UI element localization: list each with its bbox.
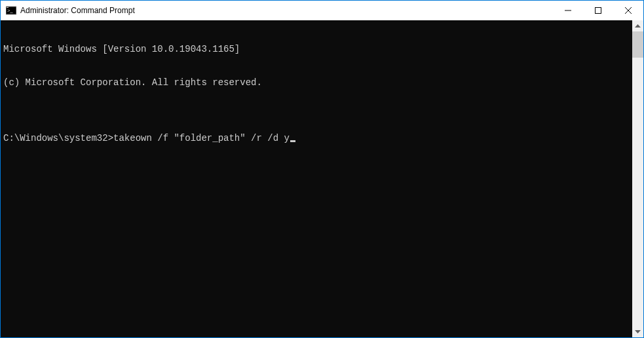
command-prompt-window: >_ Administrator: Command Prompt Microso… — [0, 0, 644, 338]
titlebar[interactable]: >_ Administrator: Command Prompt — [1, 1, 643, 20]
scroll-up-button[interactable] — [632, 20, 643, 31]
minimize-button[interactable] — [553, 1, 583, 20]
window-title: Administrator: Command Prompt — [20, 6, 553, 15]
prompt: C:\Windows\system32> — [3, 133, 113, 144]
close-button[interactable] — [613, 1, 643, 20]
output-line: (c) Microsoft Corporation. All rights re… — [3, 77, 632, 88]
svg-rect-5 — [596, 8, 601, 14]
scrollbar-track[interactable] — [632, 31, 643, 326]
terminal-output[interactable]: Microsoft Windows [Version 10.0.19043.11… — [1, 20, 632, 337]
window-controls — [553, 1, 643, 20]
scroll-down-button[interactable] — [632, 326, 643, 337]
cmd-icon: >_ — [6, 5, 16, 16]
svg-marker-8 — [635, 24, 641, 28]
scrollbar-thumb[interactable] — [632, 31, 643, 58]
cursor — [290, 140, 295, 142]
maximize-button[interactable] — [583, 1, 613, 20]
output-line: Microsoft Windows [Version 10.0.19043.11… — [3, 44, 632, 55]
command-text: takeown /f "folder_path" /r /d y — [113, 133, 290, 144]
svg-marker-9 — [635, 330, 641, 333]
client-area: Microsoft Windows [Version 10.0.19043.11… — [1, 20, 643, 337]
vertical-scrollbar[interactable] — [632, 20, 643, 337]
prompt-line: C:\Windows\system32>takeown /f "folder_p… — [3, 133, 632, 144]
svg-text:>_: >_ — [7, 8, 14, 14]
